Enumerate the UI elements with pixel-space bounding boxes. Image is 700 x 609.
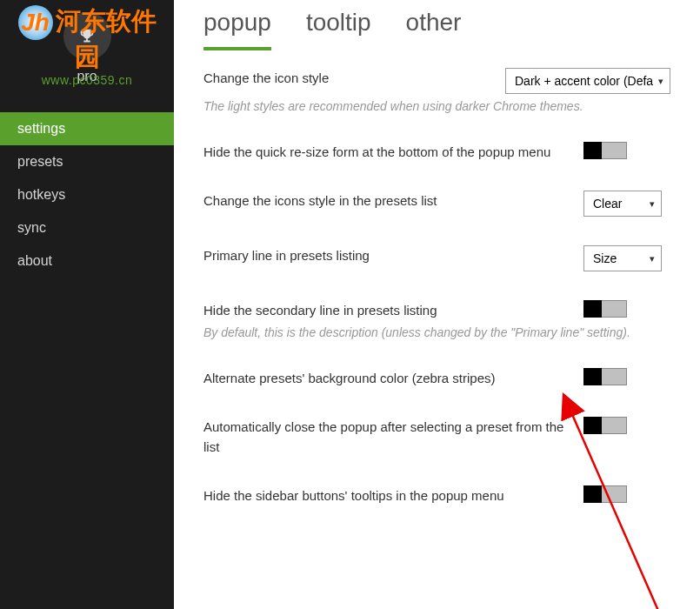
setting-auto-close-popup: Automatically close the popup after sele… <box>203 417 670 458</box>
setting-label: Automatically close the popup after sele… <box>203 417 566 458</box>
zebra-stripes-toggle[interactable] <box>583 368 627 385</box>
sidebar: Jh河东软件园 www.pc0359.cn pro settings prese… <box>0 0 174 609</box>
presets-icon-style-select[interactable]: Clear <box>583 191 662 217</box>
setting-label: Alternate presets' background color (zeb… <box>203 368 566 388</box>
tab-other[interactable]: other <box>406 9 462 50</box>
sidebar-item-presets[interactable]: presets <box>0 145 174 178</box>
icon-style-select[interactable]: Dark + accent color (Defa <box>505 68 670 94</box>
setting-label: Change the icon style <box>203 68 488 88</box>
setting-label: Hide the quick re-size form at the botto… <box>203 142 566 162</box>
setting-hide-resize-form: Hide the quick re-size form at the botto… <box>203 142 670 162</box>
sidebar-item-sync[interactable]: sync <box>0 211 174 244</box>
setting-zebra-stripes: Alternate presets' background color (zeb… <box>203 368 670 388</box>
sidebar-item-about[interactable]: about <box>0 244 174 278</box>
watermark-text: 河东软件园 <box>56 7 157 70</box>
setting-hide-sidebar-tooltips: Hide the sidebar buttons' tooltips in th… <box>203 485 670 505</box>
setting-icon-style: Change the icon style Dark + accent colo… <box>203 68 670 94</box>
hide-sidebar-tooltips-toggle[interactable] <box>583 485 627 503</box>
hide-resize-form-toggle[interactable] <box>583 142 627 159</box>
setting-label: Hide the sidebar buttons' tooltips in th… <box>203 485 566 505</box>
watermark-url: www.pc0359.cn <box>9 73 165 87</box>
sidebar-item-hotkeys[interactable]: hotkeys <box>0 178 174 211</box>
tab-popup[interactable]: popup <box>203 9 271 50</box>
tab-tooltip[interactable]: tooltip <box>306 9 371 50</box>
watermark-icon: Jh <box>18 5 53 40</box>
setting-hide-secondary-line: Hide the secondary line in presets listi… <box>203 300 670 320</box>
setting-hint: The light styles are recommended when us… <box>203 98 670 116</box>
setting-label: Hide the secondary line in presets listi… <box>203 300 566 320</box>
setting-presets-icon-style: Change the icons style in the presets li… <box>203 191 670 217</box>
main-content: popup tooltip other Change the icon styl… <box>174 0 700 609</box>
setting-label: Change the icons style in the presets li… <box>203 191 566 211</box>
tabs: popup tooltip other <box>203 9 670 50</box>
setting-label: Primary line in presets listing <box>203 245 566 265</box>
setting-primary-line: Primary line in presets listing Size <box>203 245 670 271</box>
sidebar-nav: settings presets hotkeys sync about <box>0 100 174 278</box>
hide-secondary-line-toggle[interactable] <box>583 300 627 318</box>
primary-line-select[interactable]: Size <box>583 245 662 271</box>
auto-close-popup-toggle[interactable] <box>583 417 627 434</box>
watermark-logo: Jh河东软件园 www.pc0359.cn <box>0 0 174 91</box>
sidebar-item-settings[interactable]: settings <box>0 112 174 145</box>
setting-hint: By default, this is the description (unl… <box>203 325 670 342</box>
